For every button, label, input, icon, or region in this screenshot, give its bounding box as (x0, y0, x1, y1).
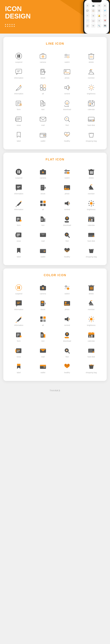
color-download-icon (63, 331, 71, 339)
color-member-icon (87, 299, 95, 308)
color-switch-label: switch (64, 293, 70, 295)
svg-line-64 (68, 120, 70, 122)
svg-rect-193 (40, 316, 43, 319)
label-label: label (17, 140, 21, 142)
header: ICON DESIGN ⏸📷⚙🗑 💬📋🖼💎 ✏⊞🔔☀ 📄📖⬇📅 📰✉🔍💾 (0, 0, 110, 34)
svg-rect-75 (18, 170, 18, 173)
svg-rect-121 (17, 218, 20, 218)
svg-rect-115 (93, 203, 94, 204)
svg-rect-222 (90, 332, 90, 334)
form-icon (15, 99, 23, 108)
flat-wallet-icon (39, 247, 47, 255)
flat-mail-icon (39, 231, 47, 239)
information2-label: information (14, 92, 23, 95)
svg-point-5 (43, 56, 44, 57)
svg-rect-190 (91, 300, 92, 301)
color-information2: information (7, 313, 31, 328)
flat-healthy-label: healthy (64, 256, 70, 258)
svg-rect-185 (41, 305, 43, 305)
calendar-icon (87, 99, 95, 108)
svg-rect-113 (91, 206, 92, 206)
svg-marker-125 (43, 216, 44, 218)
svg-rect-93 (41, 186, 44, 187)
line-brightness: brightness (79, 81, 104, 97)
flat-label-label: label (17, 256, 21, 258)
svg-rect-174 (90, 287, 91, 290)
form-label: form (17, 108, 21, 110)
wallet-label: wallet (41, 140, 45, 142)
all-label: all (42, 92, 44, 95)
svg-point-247 (44, 366, 45, 368)
svg-point-9 (67, 56, 69, 58)
svg-line-40 (93, 86, 93, 86)
flat-switch-icon (63, 168, 71, 176)
news-label: news (17, 124, 21, 126)
color-brightness-icon (87, 315, 95, 323)
information-icon (15, 68, 23, 76)
color-text-icon (39, 331, 47, 339)
healthy-label: healthy (64, 140, 70, 142)
color-mail: mail (31, 344, 55, 360)
svg-point-111 (90, 202, 93, 205)
flat-shopping-bag-label: shopping bag (86, 256, 97, 258)
label-icon (15, 131, 23, 139)
svg-point-166 (43, 288, 43, 288)
svg-rect-242 (89, 352, 92, 352)
flat-remind-icon (63, 199, 71, 208)
color-form: form (7, 328, 31, 344)
svg-rect-116 (89, 201, 90, 202)
color-information-label: information (14, 308, 23, 310)
delete-icon (87, 52, 95, 60)
line-icon-title: LINE ICON (7, 42, 103, 46)
svg-rect-195 (40, 320, 43, 322)
line-all: all (31, 81, 55, 97)
svg-point-169 (65, 285, 67, 288)
photo-label: photo (65, 77, 69, 79)
flat-information-label: information (14, 193, 23, 195)
flat-information2-label: information (14, 208, 23, 210)
svg-rect-126 (44, 218, 45, 222)
svg-rect-177 (17, 302, 20, 302)
color-healthy: healthy (55, 360, 79, 376)
color-remind: remind (55, 313, 79, 328)
line-information2: information (7, 81, 31, 97)
color-shopping-bag: shopping bag (79, 360, 104, 376)
svg-rect-103 (91, 184, 92, 185)
flat-find-label: find (65, 240, 68, 242)
svg-line-204 (93, 321, 93, 321)
color-icon-title: COLOR ICON (7, 274, 103, 277)
color-shock-label: shock (41, 308, 45, 310)
flat-delete-icon (87, 168, 95, 176)
flat-download-icon (63, 215, 71, 223)
color-mail-icon (39, 347, 47, 355)
svg-rect-129 (41, 220, 43, 221)
svg-rect-1 (18, 54, 18, 58)
color-calendar-icon (87, 331, 95, 339)
switch-icon (63, 52, 71, 60)
flat-shock-icon (39, 184, 47, 192)
svg-rect-176 (92, 287, 93, 290)
svg-rect-194 (43, 316, 46, 319)
svg-line-41 (89, 89, 90, 90)
flat-download: download (55, 213, 79, 228)
color-text-label: text (42, 340, 45, 342)
flat-icon-section: FLAT ICON suspend (3, 153, 107, 265)
svg-rect-215 (41, 335, 43, 336)
svg-line-205 (93, 317, 93, 318)
color-delete-icon (87, 284, 95, 292)
svg-rect-25 (64, 70, 70, 74)
svg-rect-143 (17, 234, 20, 234)
svg-point-0 (16, 53, 22, 59)
flat-shopping-bag-icon (87, 247, 95, 255)
flat-form-label: form (17, 224, 21, 226)
svg-point-69 (93, 120, 94, 121)
color-suspend-label: suspend (15, 293, 22, 295)
svg-rect-214 (41, 334, 43, 335)
color-download: download (55, 328, 79, 344)
flat-photo-label: photo (65, 193, 69, 195)
flat-remind-label: remind (64, 208, 70, 210)
color-wallet: wallet (31, 360, 55, 376)
svg-point-160 (16, 284, 22, 290)
flat-delete: delete (79, 166, 104, 181)
svg-rect-118 (89, 205, 90, 206)
